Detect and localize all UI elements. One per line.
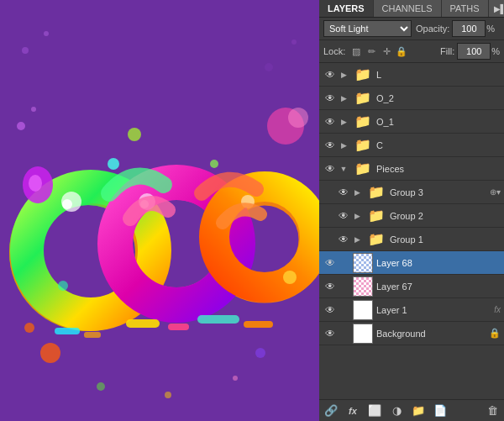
thumb-Group2: 📁 xyxy=(366,206,386,226)
visibility-L[interactable]: 👁 xyxy=(323,67,338,82)
layer-row-Group1[interactable]: 👁 ▶ 📁 Group 1 xyxy=(319,228,504,251)
svg-point-3 xyxy=(265,63,273,71)
add-adjustment-button[interactable]: ◑ xyxy=(388,403,405,419)
opacity-input[interactable] xyxy=(452,20,486,37)
layer-row-Layer1[interactable]: 👁 Layer 1 fx xyxy=(319,298,504,322)
tab-layers[interactable]: LAYERS xyxy=(319,0,374,17)
svg-point-1 xyxy=(22,47,29,54)
expand-O2[interactable]: ▶ xyxy=(338,91,349,106)
visibility-Group1[interactable]: 👁 xyxy=(336,232,351,247)
fill-input[interactable] xyxy=(457,43,491,60)
link-layers-button[interactable]: 🔗 xyxy=(323,403,339,419)
expand-Layer67 xyxy=(338,279,349,294)
layer-name-Group3: Group 3 xyxy=(390,187,487,197)
expand-O1[interactable]: ▶ xyxy=(338,114,349,129)
thumb-Layer68 xyxy=(353,253,373,273)
visibility-Layer67[interactable]: 👁 xyxy=(323,279,338,294)
lock-row: Lock: ▨ ✏ ✛ 🔒 Fill: % xyxy=(319,40,504,63)
visibility-Group3[interactable]: 👁 xyxy=(336,185,351,200)
lock-all-icon[interactable]: 🔒 xyxy=(395,45,408,58)
svg-rect-25 xyxy=(126,319,160,328)
svg-point-2 xyxy=(44,31,49,36)
layer-row-O2[interactable]: 👁 ▶ 📁 O_2 xyxy=(319,87,504,110)
lock-transparency-icon[interactable]: ▨ xyxy=(349,45,363,58)
tab-channels[interactable]: CHANNELS xyxy=(374,0,442,17)
delete-layer-button[interactable]: 🗑 xyxy=(484,403,501,419)
visibility-Pieces[interactable]: 👁 xyxy=(323,161,338,176)
svg-point-8 xyxy=(165,392,171,398)
expand-C[interactable]: ▶ xyxy=(338,138,349,153)
layer-row-Pieces[interactable]: 👁 ▼ 📁 Pieces xyxy=(319,157,504,181)
blend-mode-row: NormalDissolveDarkenMultiplyColor BurnLi… xyxy=(319,18,504,40)
lock-label: Lock: xyxy=(323,46,345,56)
visibility-C[interactable]: 👁 xyxy=(323,138,338,153)
tab-paths[interactable]: PATHS xyxy=(442,0,489,17)
expand-Pieces[interactable]: ▼ xyxy=(338,161,349,176)
visibility-Group2[interactable]: 👁 xyxy=(336,208,351,224)
svg-rect-27 xyxy=(197,315,239,324)
opacity-label: Opacity: xyxy=(416,24,449,34)
tab-bar: LAYERS CHANNELS PATHS ▶▌ xyxy=(319,0,504,18)
layer-name-C: C xyxy=(376,140,504,150)
panel-menu-button[interactable]: ▶▌ xyxy=(489,1,504,17)
layer-row-Group3[interactable]: 👁 ▶ 📁 Group 3 ⊕▾ xyxy=(319,181,504,204)
svg-point-6 xyxy=(24,323,34,333)
layer-row-C[interactable]: 👁 ▶ 📁 C xyxy=(319,134,504,157)
layer-name-L: L xyxy=(376,70,504,80)
thumb-O1: 📁 xyxy=(353,112,373,132)
svg-point-5 xyxy=(40,343,60,363)
svg-point-12 xyxy=(31,107,36,112)
thumb-Group1: 📁 xyxy=(366,229,386,250)
visibility-Background[interactable]: 👁 xyxy=(323,326,338,341)
blend-mode-select[interactable]: NormalDissolveDarkenMultiplyColor BurnLi… xyxy=(323,20,412,37)
thumb-Layer1 xyxy=(353,300,373,320)
thumb-Background xyxy=(353,324,373,344)
svg-point-4 xyxy=(291,39,297,45)
lock-image-icon[interactable]: ✏ xyxy=(365,45,378,58)
layer-name-O2: O_2 xyxy=(376,93,504,103)
svg-rect-28 xyxy=(244,321,273,328)
layer-name-Group2: Group 2 xyxy=(390,211,504,221)
layer-name-Layer67: Layer 67 xyxy=(376,282,504,292)
lock-position-icon[interactable]: ✛ xyxy=(380,45,393,58)
thumb-Pieces: 📁 xyxy=(353,159,373,179)
visibility-Layer1[interactable]: 👁 xyxy=(323,303,338,318)
add-fx-button[interactable]: fx xyxy=(344,403,361,419)
expand-Group3[interactable]: ▶ xyxy=(351,185,363,200)
layer-name-Group1: Group 1 xyxy=(390,234,504,245)
layer-row-Group2[interactable]: 👁 ▶ 📁 Group 2 xyxy=(319,204,504,228)
new-layer-button[interactable]: 📄 xyxy=(432,403,449,419)
thumb-O2: 📁 xyxy=(353,88,373,108)
layer-row-L[interactable]: 👁 ▶ 📁 L xyxy=(319,63,504,87)
visibility-Layer68[interactable]: 👁 xyxy=(323,255,338,271)
expand-Group2[interactable]: ▶ xyxy=(351,208,363,224)
layer1-fx-icon: fx xyxy=(494,305,501,314)
visibility-O2[interactable]: 👁 xyxy=(323,91,338,106)
svg-rect-30 xyxy=(84,332,101,338)
new-group-button[interactable]: 📁 xyxy=(410,403,427,419)
layer-row-Background[interactable]: 👁 Background 🔒 xyxy=(319,322,504,345)
svg-point-37 xyxy=(108,158,119,170)
canvas-area xyxy=(0,0,319,421)
expand-Group1[interactable]: ▶ xyxy=(351,232,363,247)
svg-point-34 xyxy=(288,108,308,128)
group3-options-btn[interactable]: ⊕▾ xyxy=(487,185,502,200)
layer-row-O1[interactable]: 👁 ▶ 📁 O_1 xyxy=(319,110,504,134)
svg-point-32 xyxy=(29,175,42,192)
expand-Layer68 xyxy=(338,255,349,271)
svg-point-10 xyxy=(255,348,265,358)
svg-point-7 xyxy=(97,382,105,391)
svg-rect-26 xyxy=(168,324,189,330)
expand-Layer1 xyxy=(338,303,349,318)
fill-label: Fill: xyxy=(440,46,454,56)
layers-list[interactable]: 👁 ▶ 📁 L 👁 ▶ 📁 O_2 👁 ▶ 📁 O_1 👁 ▶ 📁 C xyxy=(319,63,504,399)
layer-name-O1: O_1 xyxy=(376,117,504,127)
layer-name-Layer68: Layer 68 xyxy=(376,258,504,268)
layer-row-Layer67[interactable]: 👁 Layer 67 xyxy=(319,275,504,298)
layer-name-Layer1: Layer 1 xyxy=(376,305,494,315)
thumb-Layer67 xyxy=(353,276,373,297)
visibility-O1[interactable]: 👁 xyxy=(323,114,338,129)
expand-L[interactable]: ▶ xyxy=(338,67,349,82)
layer-row-Layer68[interactable]: 👁 Layer 68 xyxy=(319,251,504,275)
add-mask-button[interactable]: ⬜ xyxy=(366,403,383,419)
